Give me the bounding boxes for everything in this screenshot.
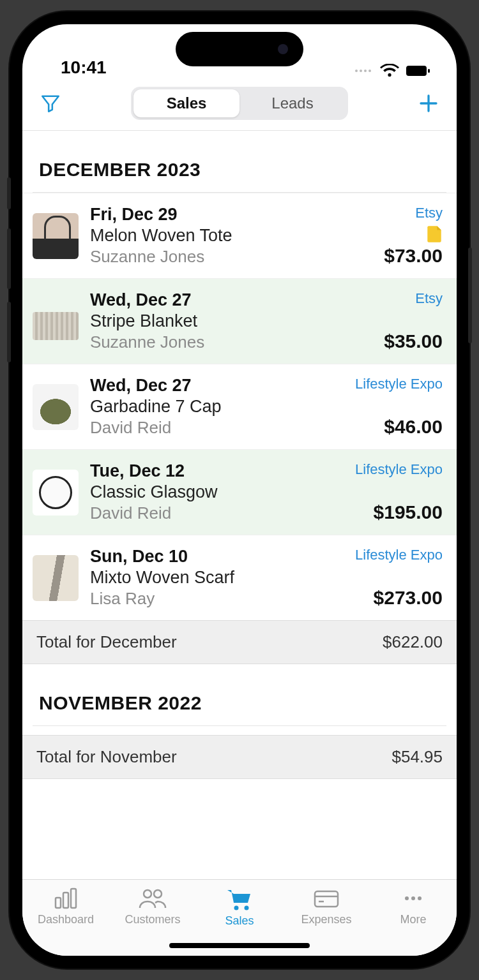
sale-row[interactable]: Fri, Dec 29 Melon Woven Tote Suzanne Jon… <box>22 193 457 278</box>
svg-point-7 <box>234 906 239 910</box>
tab-label: Customers <box>125 913 180 926</box>
section-header: DECEMBER 2023 <box>22 131 457 192</box>
svg-rect-4 <box>71 889 76 908</box>
sale-product: Mixto Woven Scarf <box>90 568 316 588</box>
tab-customers[interactable]: Customers <box>114 886 191 926</box>
note-icon <box>426 225 443 244</box>
sale-source: Lifestyle Expo <box>355 376 443 392</box>
svg-point-8 <box>245 906 249 910</box>
bar-chart-icon <box>52 886 80 910</box>
sale-row-right: Lifestyle Expo $46.00 <box>328 376 443 438</box>
sale-row-right: Etsy $73.00 <box>328 205 443 267</box>
tab-more[interactable]: More <box>375 886 452 926</box>
sale-customer: David Reid <box>90 418 316 438</box>
sale-product: Melon Woven Tote <box>90 226 316 246</box>
sale-row[interactable]: Wed, Dec 27 Garbadine 7 Cap David Reid L… <box>22 364 457 449</box>
cell-dots-icon <box>355 70 371 72</box>
filter-button[interactable] <box>36 89 65 117</box>
tab-sales-bottom[interactable]: Sales <box>201 886 278 928</box>
sale-customer: Suzanne Jones <box>90 247 316 267</box>
funnel-icon <box>40 93 61 114</box>
sale-source: Lifestyle Expo <box>355 461 443 478</box>
phone-frame: 10:41 Sales Leads <box>10 11 469 969</box>
status-right <box>355 64 431 78</box>
sale-amount: $35.00 <box>384 330 443 352</box>
sales-list[interactable]: DECEMBER 2023 Fri, Dec 29 Melon Woven To… <box>22 131 457 879</box>
tab-label: Sales <box>225 914 254 928</box>
wifi-icon <box>380 64 399 78</box>
sale-amount: $195.00 <box>374 501 443 523</box>
sale-row-info: Tue, Dec 12 Classic Glasgow David Reid <box>90 461 316 523</box>
tab-label: Dashboard <box>38 913 94 926</box>
sale-date: Wed, Dec 27 <box>90 290 316 310</box>
tab-expenses[interactable]: Expenses <box>288 886 365 926</box>
people-icon <box>137 886 168 910</box>
sale-row-info: Wed, Dec 27 Garbadine 7 Cap David Reid <box>90 376 316 438</box>
side-button <box>7 228 11 289</box>
tab-dashboard[interactable]: Dashboard <box>27 886 104 926</box>
product-thumb <box>33 213 79 259</box>
status-time: 10:41 <box>61 57 107 78</box>
dynamic-island <box>176 32 303 66</box>
svg-point-13 <box>411 896 415 900</box>
product-thumb <box>33 312 79 340</box>
side-button <box>7 177 11 209</box>
sale-row-info: Sun, Dec 10 Mixto Woven Scarf Lisa Ray <box>90 547 316 609</box>
product-thumb <box>33 555 79 601</box>
add-button[interactable] <box>414 89 443 117</box>
total-label: Total for November <box>36 747 177 767</box>
sale-date: Sun, Dec 10 <box>90 547 316 567</box>
sale-row-right: Lifestyle Expo $273.00 <box>328 547 443 609</box>
sale-date: Tue, Dec 12 <box>90 461 316 481</box>
total-amount: $622.00 <box>383 632 443 652</box>
section-total: Total for December $622.00 <box>22 620 457 664</box>
sale-customer: Suzanne Jones <box>90 332 316 352</box>
svg-point-12 <box>405 896 409 900</box>
sale-amount: $273.00 <box>374 587 443 609</box>
section-header: NOVEMBER 2022 <box>22 664 457 725</box>
phone-bezel: 10:41 Sales Leads <box>16 18 463 962</box>
side-button <box>7 302 11 362</box>
sale-customer: Lisa Ray <box>90 589 316 609</box>
tab-label: Expenses <box>301 913 351 926</box>
tab-sales[interactable]: Sales <box>133 89 240 117</box>
sale-row-right: Lifestyle Expo $195.00 <box>328 461 443 523</box>
sale-row[interactable]: Sun, Dec 10 Mixto Woven Scarf Lisa Ray L… <box>22 535 457 620</box>
home-indicator[interactable] <box>169 943 310 948</box>
plus-icon <box>417 92 440 115</box>
sale-amount: $73.00 <box>384 245 443 267</box>
svg-rect-9 <box>315 891 338 907</box>
segmented-control: Sales Leads <box>131 87 348 120</box>
sale-product: Stripe Blanket <box>90 311 316 331</box>
sale-row[interactable]: Wed, Dec 27 Stripe Blanket Suzanne Jones… <box>22 278 457 364</box>
sale-product: Classic Glasgow <box>90 482 316 502</box>
sale-row[interactable]: Tue, Dec 12 Classic Glasgow David Reid L… <box>22 449 457 535</box>
sale-customer: David Reid <box>90 503 316 523</box>
product-thumb <box>33 384 79 430</box>
top-toolbar: Sales Leads <box>22 82 457 131</box>
tab-label: More <box>400 913 426 926</box>
section-total: Total for November $54.95 <box>22 735 457 779</box>
battery-icon <box>406 64 431 77</box>
sale-date: Wed, Dec 27 <box>90 376 316 396</box>
screen: 10:41 Sales Leads <box>22 24 457 956</box>
svg-rect-1 <box>428 69 430 73</box>
side-button <box>468 248 472 343</box>
sale-source: Etsy <box>415 205 443 221</box>
cart-icon <box>225 886 254 912</box>
product-thumb <box>33 470 79 516</box>
card-icon <box>311 886 342 910</box>
svg-rect-3 <box>63 893 68 908</box>
svg-point-5 <box>144 890 151 898</box>
tab-leads[interactable]: Leads <box>240 89 346 117</box>
svg-rect-2 <box>56 898 61 908</box>
sale-row-right: Etsy $35.00 <box>328 290 443 352</box>
sale-row-info: Fri, Dec 29 Melon Woven Tote Suzanne Jon… <box>90 205 316 267</box>
svg-point-14 <box>418 896 422 900</box>
sale-source: Lifestyle Expo <box>355 547 443 563</box>
sale-product: Garbadine 7 Cap <box>90 397 316 417</box>
sale-source: Etsy <box>415 290 443 307</box>
total-label: Total for December <box>36 632 177 652</box>
sale-amount: $46.00 <box>384 416 443 438</box>
ellipsis-icon <box>399 886 427 910</box>
